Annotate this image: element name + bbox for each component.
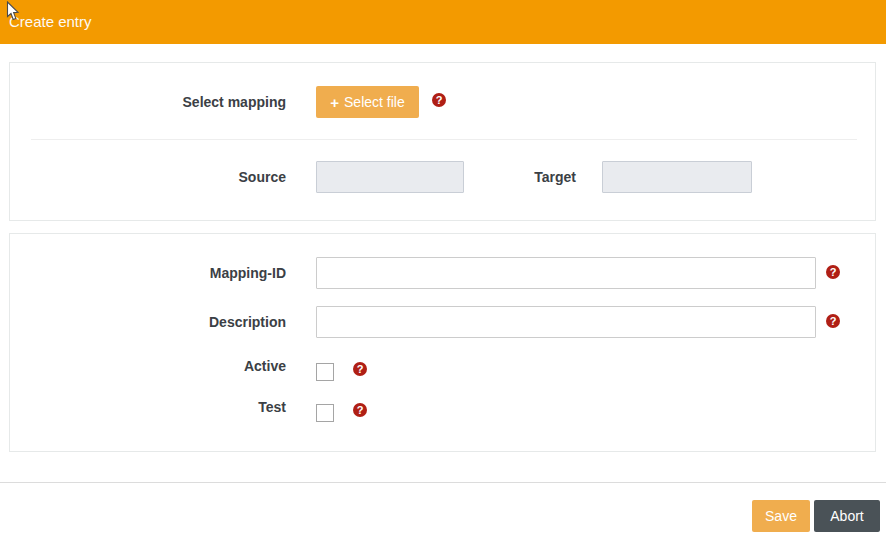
test-checkbox[interactable]: [316, 404, 334, 422]
select-file-button-label: Select file: [344, 94, 405, 110]
test-label: Test: [31, 397, 286, 417]
page-title: Create entry: [9, 13, 92, 30]
mapping-id-help-icon[interactable]: ?: [826, 265, 840, 279]
mapping-id-label: Mapping-ID: [31, 257, 286, 289]
footer-divider: [0, 482, 886, 483]
entry-details-panel: Mapping-ID ? Description ? Active ? Test…: [9, 233, 876, 452]
target-label: Target: [410, 161, 576, 193]
select-mapping-panel: Select mapping + Select file ? Source Ta…: [9, 62, 876, 221]
page-header: Create entry: [0, 0, 886, 44]
mapping-id-input[interactable]: [316, 257, 816, 289]
select-file-button[interactable]: + Select file: [316, 86, 419, 118]
select-mapping-help-icon[interactable]: ?: [432, 93, 446, 107]
select-mapping-label: Select mapping: [31, 86, 286, 118]
panel-divider: [31, 139, 857, 140]
active-checkbox[interactable]: [316, 363, 334, 381]
create-entry-page: Create entry Select mapping + Select fil…: [0, 0, 886, 546]
source-label: Source: [31, 161, 286, 193]
save-button[interactable]: Save: [752, 500, 810, 532]
target-input: [602, 161, 752, 193]
description-help-icon[interactable]: ?: [826, 314, 840, 328]
test-help-icon[interactable]: ?: [353, 403, 367, 417]
plus-icon: +: [330, 95, 339, 110]
active-label: Active: [31, 356, 286, 376]
description-input[interactable]: [316, 306, 816, 338]
description-label: Description: [31, 306, 286, 338]
active-help-icon[interactable]: ?: [353, 362, 367, 376]
abort-button[interactable]: Abort: [814, 500, 880, 532]
